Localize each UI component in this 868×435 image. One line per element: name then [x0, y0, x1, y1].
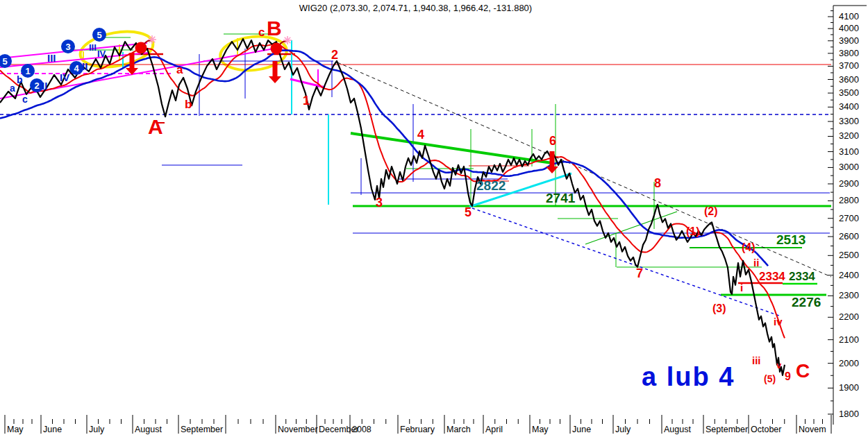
- sell-arrow-head: [546, 167, 558, 173]
- circled-wave-number: 1: [25, 66, 30, 76]
- trend-line: [585, 212, 677, 244]
- circled-wave-number: 3: [65, 42, 70, 52]
- circled-wave-number: 4: [74, 63, 79, 74]
- circled-wave-number: 5: [97, 30, 101, 40]
- sell-arrow-head: [269, 76, 281, 83]
- trend-line: [469, 173, 571, 207]
- circled-wave-number: 2: [34, 80, 39, 91]
- fast-ma-line: [0, 45, 785, 339]
- chart-window: WIG20 (2,073.30, 2,074.71, 1,940.38, 1,9…: [0, 0, 868, 435]
- trend-line: [337, 62, 831, 277]
- price-chart-canvas: 512345: [0, 0, 868, 435]
- circled-wave-number: 5: [2, 56, 7, 67]
- trend-line: [351, 133, 552, 163]
- trend-line: [472, 208, 781, 316]
